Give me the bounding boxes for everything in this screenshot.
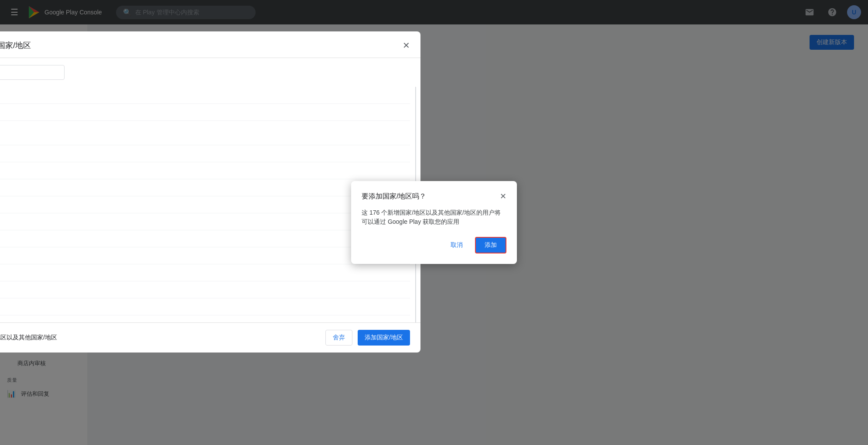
confirm-dialog-close-button[interactable]: ✕	[500, 192, 506, 201]
confirm-dialog-body: 这 176 个新增国家/地区以及其他国家/地区的用户将可以通过 Google P…	[362, 208, 506, 226]
list-item[interactable]: 中国	[0, 104, 410, 121]
confirm-add-button[interactable]: 添加	[475, 237, 506, 253]
country-header-row[interactable]: 国家/地区	[0, 87, 410, 104]
discard-button[interactable]: 舍弃	[325, 330, 352, 346]
list-item[interactable]: 伊拉克	[0, 281, 410, 298]
list-item[interactable]: 乌拉圭	[0, 196, 410, 213]
list-item[interactable]: 乌兹别克斯坦	[0, 162, 410, 179]
list-item[interactable]: 乌克兰	[0, 145, 410, 162]
confirm-dialog: 要添加国家/地区吗？ ✕ 这 176 个新增国家/地区以及其他国家/地区的用户将…	[351, 181, 517, 264]
modal-footer: 已选择 176 个国家/地区以及其他国家/地区 舍弃 添加国家/地区	[0, 322, 420, 353]
country-search-box[interactable]: 🔍	[0, 65, 65, 80]
confirm-dialog-title: 要添加国家/地区吗？	[362, 192, 426, 201]
cancel-button[interactable]: 取消	[444, 237, 470, 253]
add-countries-button[interactable]: 添加国家/地区	[358, 330, 410, 346]
list-item[interactable]: 也门	[0, 230, 410, 247]
modal-header: 针对正式版添加国家/地区 ✕	[0, 31, 420, 58]
list-item[interactable]: 佰利兹	[0, 315, 410, 322]
confirm-dialog-header: 要添加国家/地区吗？ ✕	[362, 192, 506, 201]
country-search-input[interactable]	[0, 69, 35, 76]
modal-close-button[interactable]: ✕	[403, 41, 410, 50]
confirm-dialog-footer: 取消 添加	[362, 237, 506, 253]
list-item[interactable]: 亚美尼亚	[0, 247, 410, 264]
list-item[interactable]: 以色列	[0, 264, 410, 281]
modal-title: 针对正式版添加国家/地区	[0, 40, 31, 51]
list-item[interactable]: 乌干达	[0, 179, 410, 196]
list-item[interactable]: 伊朗	[0, 298, 410, 315]
list-item[interactable]: 丹麦 包含 2 个地区	[0, 121, 410, 145]
footer-buttons: 舍弃 添加国家/地区	[325, 330, 410, 346]
overlay: 针对正式版添加国家/地区 ✕ 🔍 国家/地区 中国	[0, 0, 868, 445]
footer-selected-text: 已选择 176 个国家/地区以及其他国家/地区	[0, 334, 57, 342]
list-item[interactable]: 乍得	[0, 213, 410, 230]
